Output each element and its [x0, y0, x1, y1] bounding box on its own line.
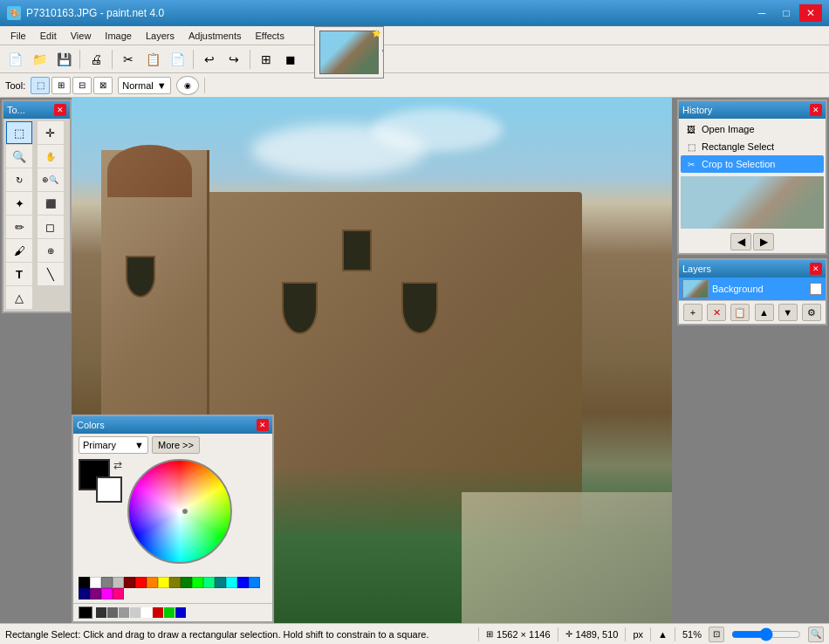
swap-colors-icon[interactable]: ⇄ [113, 459, 122, 471]
toolbar-cut[interactable]: ✂ [117, 48, 140, 71]
layer-move-down-button[interactable]: ▼ [778, 304, 798, 321]
recent-color-1[interactable] [96, 607, 106, 618]
tool-eraser[interactable]: ◻ [38, 216, 64, 238]
zoom-fit-button[interactable]: ⊡ [709, 627, 724, 642]
selection-mode-subtract[interactable]: ⊟ [72, 77, 92, 94]
tool-pencil[interactable]: ✏ [6, 216, 32, 238]
menu-view[interactable]: View [64, 29, 99, 43]
toolbar-new[interactable]: 📄 [3, 48, 26, 71]
palette-color-15[interactable] [249, 577, 260, 588]
tool-rectangle-select[interactable]: ⬚ [6, 121, 32, 144]
palette-color-18[interactable] [101, 588, 113, 599]
tools-panel-close[interactable]: ✕ [54, 104, 66, 116]
palette-color-6[interactable] [147, 577, 158, 588]
palette-color-8[interactable] [169, 577, 181, 588]
toolbar-paste[interactable]: 📄 [166, 48, 188, 71]
menu-image[interactable]: Image [98, 29, 139, 43]
tool-paintbrush[interactable]: 🖌 [6, 239, 32, 262]
palette-black[interactable] [79, 577, 90, 588]
toolbar-redo[interactable]: ↪ [223, 48, 245, 71]
menu-layers[interactable]: Layers [139, 29, 182, 43]
colors-panel-close[interactable]: ✕ [257, 419, 269, 431]
zoom-reset-button[interactable]: 🔍 [808, 627, 824, 642]
palette-color-17[interactable] [90, 588, 101, 599]
palette-color-9[interactable] [181, 577, 192, 588]
color-wheel[interactable] [127, 459, 232, 564]
menu-adjustments[interactable]: Adjustments [182, 29, 249, 43]
palette-color-4[interactable] [124, 577, 135, 588]
close-button[interactable]: ✕ [799, 4, 822, 22]
menu-file[interactable]: File [3, 29, 33, 43]
history-panel-title: History [682, 105, 712, 115]
palette-color-13[interactable] [226, 577, 237, 588]
palette-color-2[interactable] [101, 577, 113, 588]
layers-panel-close[interactable]: ✕ [810, 263, 822, 275]
tool-pan[interactable]: ✋ [38, 145, 64, 168]
history-list: 🖼 Open Image ⬚ Rectangle Select ✂ Crop t… [679, 119, 826, 175]
palette-color-11[interactable] [203, 577, 215, 588]
toolbar-save[interactable]: 💾 [52, 48, 75, 71]
palette-color-16[interactable] [79, 588, 90, 599]
history-redo-button[interactable]: ▶ [753, 233, 774, 250]
toolbar-grid[interactable]: ⊞ [255, 48, 277, 71]
recent-color-7[interactable] [164, 607, 175, 618]
layer-delete-button[interactable]: ✕ [707, 304, 726, 321]
recent-color-2[interactable] [107, 607, 118, 618]
palette-color-7[interactable] [158, 577, 169, 588]
tool-text[interactable]: T [6, 263, 32, 285]
recent-color-4[interactable] [130, 607, 140, 618]
tool-zoom-in[interactable]: 🔍 [6, 145, 32, 168]
palette-color-5[interactable] [135, 577, 147, 588]
maximize-button[interactable]: □ [775, 4, 798, 22]
color-mode-select[interactable]: Primary ▼ [79, 436, 148, 454]
selection-mode-replace[interactable]: ⬚ [31, 77, 50, 94]
color-wheel-container[interactable] [127, 459, 241, 572]
palette-color-3[interactable] [113, 577, 124, 588]
colors-more-button[interactable]: More >> [152, 436, 200, 454]
toolbar-undo[interactable]: ↩ [198, 48, 221, 71]
toolbar-open[interactable]: 📁 [28, 48, 51, 71]
layer-duplicate-button[interactable]: 📋 [730, 304, 750, 321]
layer-background[interactable]: Background ✓ [679, 277, 826, 300]
menu-effects[interactable]: Effects [249, 29, 291, 43]
history-item-crop[interactable]: ✂ Crop to Selection [681, 155, 824, 173]
palette-color-10[interactable] [192, 577, 203, 588]
recent-color-3[interactable] [119, 607, 129, 618]
palette-color-12[interactable] [215, 577, 226, 588]
tool-paint-bucket[interactable]: ⬛ [38, 192, 64, 215]
menu-edit[interactable]: Edit [33, 29, 64, 43]
palette-color-14[interactable] [237, 577, 249, 588]
tool-shapes[interactable]: △ [6, 286, 32, 309]
zoom-slider[interactable] [731, 628, 801, 641]
tool-label: Tool: [5, 80, 25, 91]
recent-color-8[interactable] [175, 607, 186, 618]
history-item-open[interactable]: 🖼 Open Image [681, 120, 824, 138]
recent-color-6[interactable] [153, 607, 163, 618]
anti-alias-toggle[interactable]: ◉ [176, 76, 199, 95]
toolbar-print[interactable]: 🖨 [85, 48, 107, 71]
foreground-indicator[interactable] [79, 606, 92, 619]
secondary-color-swatch[interactable] [96, 476, 122, 503]
tool-rotate-zoom[interactable]: ↻ [6, 168, 32, 191]
history-item-rect-select[interactable]: ⬚ Rectangle Select [681, 138, 824, 155]
tool-clone-stamp[interactable]: ⊕ [38, 239, 64, 262]
toolbar-copy[interactable]: 📋 [141, 48, 164, 71]
toolbar-ruler[interactable]: ◼ [279, 48, 302, 71]
layer-visibility-checkbox[interactable]: ✓ [810, 283, 822, 295]
palette-color-19[interactable] [113, 588, 124, 599]
tool-line[interactable]: ╲ [38, 263, 64, 285]
layer-add-button[interactable]: + [683, 304, 702, 321]
palette-white[interactable] [90, 577, 101, 588]
minimize-button[interactable]: ─ [750, 4, 773, 22]
history-undo-button[interactable]: ◀ [730, 233, 751, 250]
tool-zoom-out[interactable]: ⊕🔍 [38, 168, 64, 191]
layer-move-up-button[interactable]: ▲ [755, 304, 774, 321]
selection-mode-intersect[interactable]: ⊠ [93, 77, 113, 94]
history-panel-close[interactable]: ✕ [810, 104, 822, 116]
tool-move[interactable]: ✛ [38, 121, 64, 144]
layer-properties-button[interactable]: ⚙ [802, 304, 821, 321]
recent-color-5[interactable] [141, 607, 152, 618]
selection-mode-add[interactable]: ⊞ [51, 77, 71, 94]
tool-magic-wand[interactable]: ✦ [6, 192, 32, 215]
blend-mode-select[interactable]: Normal ▼ [118, 77, 170, 94]
